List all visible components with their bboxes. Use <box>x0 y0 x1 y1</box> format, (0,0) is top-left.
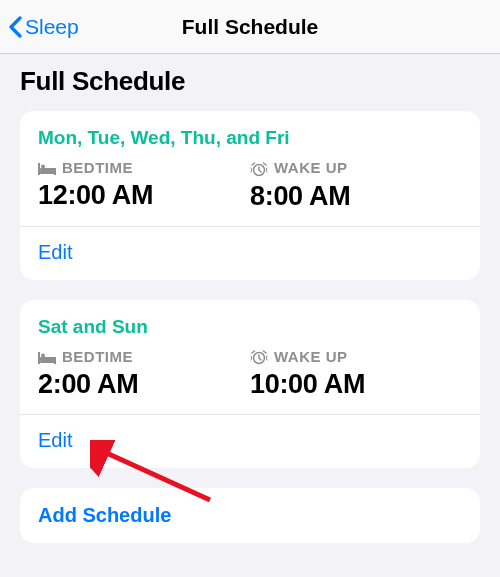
bed-icon <box>38 159 56 176</box>
time-row: BEDTIME 2:00 AM <box>38 348 462 401</box>
back-button[interactable]: Sleep <box>8 15 79 39</box>
divider <box>20 226 480 227</box>
wakeup-value: 8:00 AM <box>250 181 462 212</box>
schedule-card: Sat and Sun BEDTIME 2:00 AM <box>20 300 480 469</box>
wakeup-column: WAKE UP 10:00 AM <box>250 348 462 401</box>
bedtime-header: BEDTIME <box>38 159 250 176</box>
content-area: Full Schedule Mon, Tue, Wed, Thu, and Fr… <box>0 54 500 555</box>
schedule-card: Mon, Tue, Wed, Thu, and Fri BEDTIME <box>20 111 480 280</box>
bedtime-column: BEDTIME 12:00 AM <box>38 159 250 212</box>
chevron-left-icon <box>8 16 23 38</box>
schedule-days: Mon, Tue, Wed, Thu, and Fri <box>38 127 462 149</box>
svg-rect-3 <box>40 168 56 172</box>
bedtime-label: BEDTIME <box>62 348 133 365</box>
divider <box>20 414 480 415</box>
wakeup-column: WAKE UP 8:00 AM <box>250 159 462 212</box>
svg-rect-9 <box>40 357 56 361</box>
svg-point-4 <box>41 165 45 169</box>
svg-rect-7 <box>38 361 56 363</box>
alarm-icon <box>250 159 268 177</box>
add-schedule-card[interactable]: Add Schedule <box>20 488 480 543</box>
time-row: BEDTIME 12:00 AM <box>38 159 462 212</box>
schedule-days: Sat and Sun <box>38 316 462 338</box>
section-header: Full Schedule <box>20 66 480 97</box>
wakeup-label: WAKE UP <box>274 159 348 176</box>
wakeup-header: WAKE UP <box>250 348 462 366</box>
wakeup-value: 10:00 AM <box>250 369 462 400</box>
alarm-icon <box>250 348 268 366</box>
wakeup-label: WAKE UP <box>274 348 348 365</box>
bedtime-label: BEDTIME <box>62 159 133 176</box>
edit-button[interactable]: Edit <box>38 241 462 264</box>
navigation-bar: Sleep Full Schedule <box>0 0 500 54</box>
edit-button[interactable]: Edit <box>38 429 462 452</box>
wakeup-header: WAKE UP <box>250 159 462 177</box>
svg-point-10 <box>41 353 45 357</box>
bedtime-header: BEDTIME <box>38 348 250 365</box>
bed-icon <box>38 348 56 365</box>
bedtime-value: 12:00 AM <box>38 180 250 211</box>
bedtime-column: BEDTIME 2:00 AM <box>38 348 250 401</box>
bedtime-value: 2:00 AM <box>38 369 250 400</box>
add-schedule-button[interactable]: Add Schedule <box>38 504 462 527</box>
svg-rect-1 <box>38 172 56 174</box>
back-label: Sleep <box>25 15 79 39</box>
page-title: Full Schedule <box>182 15 319 39</box>
